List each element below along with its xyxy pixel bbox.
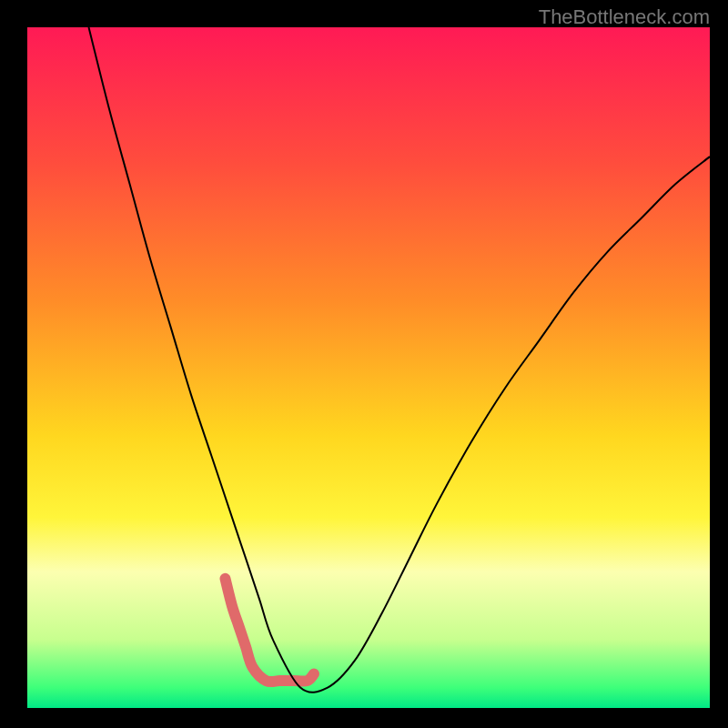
watermark-text: TheBottleneck.com — [539, 5, 710, 29]
curve-layer — [27, 27, 710, 708]
plot-area — [27, 27, 710, 708]
bottleneck-curve — [89, 27, 711, 693]
